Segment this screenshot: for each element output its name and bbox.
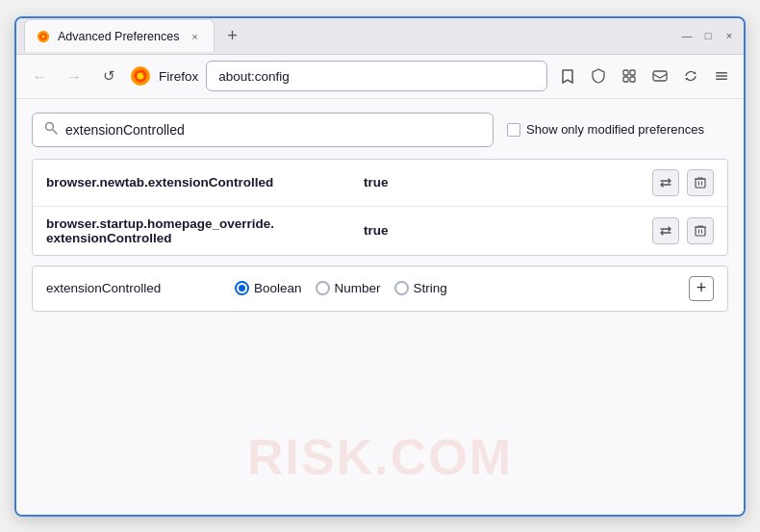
pref-value-1: true [364,175,652,190]
svg-rect-7 [630,70,635,75]
new-pref-name: extensionControlled [46,281,219,295]
pref-name-2: browser.startup.homepage_override. exten… [46,216,354,245]
add-pref-button[interactable]: + [689,276,714,301]
svg-line-15 [53,130,57,134]
content-area: RISK.COM extensionControlled Show only m… [16,99,744,515]
maximize-button[interactable]: □ [701,29,715,42]
profile-icon[interactable] [647,63,672,89]
address-bar[interactable]: about:config [206,61,547,91]
radio-dot-boolean [239,285,245,291]
radio-boolean-label: Boolean [254,281,302,295]
svg-rect-9 [630,77,635,82]
browser-window: Advanced Preferences × + — □ × ← → ↺ Fir… [14,16,746,517]
svg-point-2 [41,35,45,38]
pref-delete-button-1[interactable] [687,169,714,196]
trash-icon-2 [695,224,706,237]
radio-number[interactable]: Number [316,281,381,295]
radio-circle-boolean [235,281,249,295]
pref-actions-1 [652,169,714,196]
search-input-value: extensionControlled [65,122,481,138]
sync-icon[interactable] [678,63,703,89]
pref-row: browser.newtab.extensionControlled true [33,160,727,207]
firefox-logo [130,65,151,87]
extension-icon[interactable] [617,63,642,89]
modified-prefs-checkbox-label[interactable]: Show only modified preferences [507,122,704,137]
svg-point-14 [46,123,54,131]
tab-close-button[interactable]: × [187,29,202,44]
swap-icon-2 [659,224,672,238]
search-icon [44,121,58,138]
shield-icon[interactable] [586,63,611,89]
modified-prefs-label: Show only modified preferences [526,122,704,137]
nav-right-icons [555,63,734,89]
new-pref-row: extensionControlled Boolean Number Strin… [32,266,728,312]
search-row: extensionControlled Show only modified p… [32,113,728,147]
radio-circle-number [316,281,330,295]
tab-title: Advanced Preferences [58,30,179,43]
menu-icon[interactable] [709,63,734,89]
window-controls: — □ × [680,29,736,42]
svg-rect-8 [623,77,628,82]
watermark: RISK.COM [247,428,513,486]
svg-rect-12 [716,75,727,77]
pref-toggle-button-2[interactable] [652,217,679,244]
bookmark-icon[interactable] [555,63,580,89]
browser-tab[interactable]: Advanced Preferences × [24,19,215,52]
pref-actions-2 [652,217,714,244]
radio-number-label: Number [335,281,381,295]
pref-delete-button-2[interactable] [687,217,714,244]
minimize-button[interactable]: — [680,29,694,42]
svg-rect-10 [653,71,667,81]
modified-prefs-checkbox[interactable] [507,123,520,137]
pref-toggle-button-1[interactable] [652,169,679,196]
close-button[interactable]: × [722,29,736,42]
radio-circle-string [394,281,409,295]
back-button[interactable]: ← [26,63,53,89]
new-tab-button[interactable]: + [218,22,245,49]
address-text: about:config [218,69,290,84]
title-bar: Advanced Preferences × + — □ × [16,18,744,55]
pref-value-2: true [364,223,652,238]
browser-name-label: Firefox [159,69,198,84]
svg-rect-11 [716,72,727,74]
search-box[interactable]: extensionControlled [32,113,494,147]
reload-button[interactable]: ↺ [95,63,122,89]
prefs-table: browser.newtab.extensionControlled true [32,159,728,256]
nav-bar: ← → ↺ Firefox about:config [16,55,744,99]
radio-group: Boolean Number String [235,281,447,295]
svg-rect-6 [623,70,628,75]
radio-string-label: String [414,281,447,295]
pref-name-1: browser.newtab.extensionControlled [46,175,354,190]
trash-icon [695,176,706,189]
svg-rect-20 [696,227,705,236]
radio-boolean[interactable]: Boolean [235,281,302,295]
svg-rect-16 [696,179,705,188]
pref-row-2: browser.startup.homepage_override. exten… [33,207,727,255]
radio-string[interactable]: String [394,281,447,295]
tab-favicon [37,30,50,43]
forward-button[interactable]: → [61,63,88,89]
swap-icon [659,176,672,190]
svg-rect-13 [716,79,727,81]
